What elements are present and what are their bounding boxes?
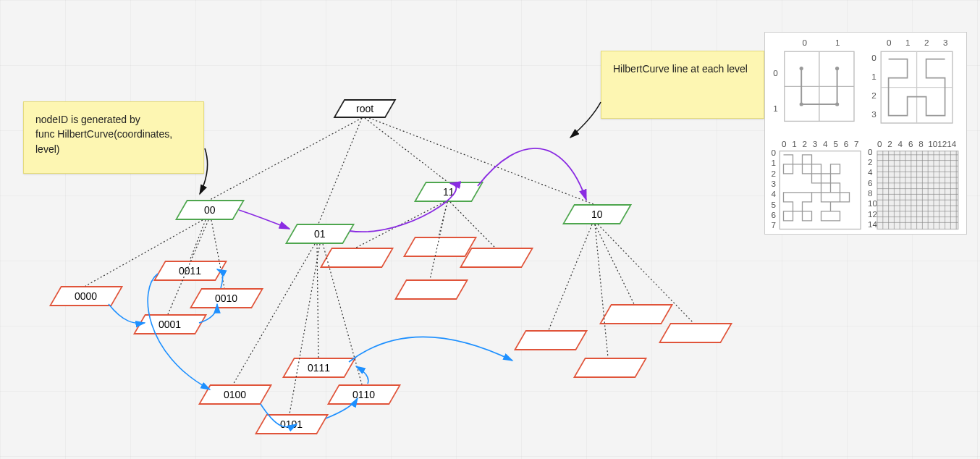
svg-text:4: 4: [898, 139, 903, 148]
svg-text:3: 3: [772, 179, 777, 188]
svg-text:0: 0: [871, 53, 876, 62]
svg-text:1: 1: [905, 38, 911, 47]
svg-text:2: 2: [887, 139, 892, 148]
svg-text:0: 0: [773, 68, 778, 77]
note-line: nodeID is generated by: [35, 112, 192, 127]
svg-text:7: 7: [772, 220, 777, 230]
svg-text:6: 6: [868, 178, 873, 188]
node-0010: 0010: [190, 288, 263, 308]
svg-line-75: [595, 224, 608, 358]
svg-text:6: 6: [908, 139, 913, 148]
svg-text:1: 1: [835, 38, 840, 47]
svg-text:0: 0: [772, 148, 777, 157]
hilbert-quadrant-8x8: 0 1 2 3 4 5 6 7 0 1 2 3 4 5 6 7: [769, 138, 863, 235]
svg-text:2: 2: [868, 157, 873, 167]
node-empty: [514, 330, 588, 350]
svg-text:3: 3: [871, 109, 876, 119]
svg-rect-38: [780, 151, 861, 230]
svg-text:1: 1: [792, 139, 797, 148]
svg-text:10: 10: [928, 139, 938, 148]
node-11: 11: [414, 182, 483, 202]
svg-text:5: 5: [833, 139, 838, 148]
svg-text:8: 8: [868, 188, 873, 198]
node-root: root: [333, 99, 396, 118]
svg-line-66: [290, 244, 320, 414]
svg-text:4: 4: [772, 189, 777, 198]
svg-text:8: 8: [918, 139, 924, 148]
node-empty: [460, 248, 533, 268]
svg-text:5: 5: [772, 200, 777, 209]
note-line: func HilbertCurve(coordinates, level): [35, 127, 192, 156]
node-10: 10: [562, 204, 632, 224]
svg-text:10: 10: [868, 198, 878, 208]
hilbert-quadrant-4x4: 0 1 2 3 0 1 2 3: [868, 37, 962, 134]
svg-text:0: 0: [782, 139, 787, 148]
svg-text:14: 14: [947, 139, 957, 148]
svg-text:3: 3: [943, 38, 948, 47]
svg-point-9: [835, 102, 839, 106]
svg-point-8: [800, 102, 803, 106]
node-empty: [320, 248, 394, 268]
svg-text:2: 2: [871, 90, 876, 100]
svg-point-7: [800, 67, 803, 70]
node-empty: [599, 304, 673, 324]
svg-text:4: 4: [823, 139, 828, 148]
svg-text:0: 0: [803, 38, 808, 47]
hilbert-quadrant-16x16: 0 2 4 6 8 10 12 14 0 2 4 6 8 10 12 14: [868, 138, 962, 235]
node-0111: 0111: [282, 358, 356, 378]
svg-text:12: 12: [868, 209, 877, 219]
node-01: 01: [285, 224, 355, 244]
svg-line-73: [595, 224, 634, 304]
svg-text:0: 0: [887, 38, 892, 47]
node-0110: 0110: [327, 384, 401, 405]
svg-rect-55: [877, 151, 958, 230]
node-0001: 0001: [133, 314, 207, 334]
svg-text:0: 0: [868, 147, 873, 156]
node-0100: 0100: [198, 384, 272, 405]
node-0000: 0000: [49, 286, 123, 306]
svg-point-10: [835, 67, 839, 70]
sticky-note-right: HilbertCurve line at each level: [601, 51, 764, 119]
svg-text:12: 12: [937, 139, 947, 148]
note-line: HilbertCurve line at each level: [613, 62, 752, 76]
svg-text:1: 1: [871, 72, 876, 81]
svg-text:2: 2: [924, 38, 929, 47]
svg-line-61: [190, 220, 206, 261]
hilbert-curve-reference: 0 1 0 1 0 1 2 3 0 1 2 3: [764, 32, 967, 235]
svg-line-58: [365, 118, 447, 182]
svg-text:2: 2: [772, 169, 777, 178]
svg-line-72: [549, 224, 592, 330]
svg-text:1: 1: [773, 104, 778, 113]
svg-text:3: 3: [813, 139, 818, 148]
node-empty: [659, 323, 732, 343]
node-0011: 0011: [153, 261, 227, 281]
node-00: 00: [175, 200, 245, 220]
svg-text:6: 6: [772, 210, 777, 219]
svg-line-69: [439, 202, 447, 237]
hilbert-quadrant-2x2: 0 1 0 1: [769, 37, 863, 134]
svg-line-57: [318, 118, 362, 224]
svg-text:2: 2: [803, 139, 808, 148]
svg-text:7: 7: [854, 139, 859, 148]
svg-line-65: [317, 244, 318, 358]
node-empty: [403, 237, 477, 257]
node-0101: 0101: [255, 414, 329, 434]
svg-text:4: 4: [868, 167, 873, 177]
svg-line-56: [210, 118, 362, 200]
svg-text:1: 1: [772, 158, 777, 167]
sticky-note-left: nodeID is generated by func HilbertCurve…: [23, 101, 204, 174]
svg-text:6: 6: [844, 139, 849, 148]
node-empty: [394, 279, 468, 300]
svg-line-59: [369, 118, 594, 204]
svg-text:14: 14: [868, 219, 878, 229]
svg-text:0: 0: [877, 139, 882, 148]
node-empty: [573, 358, 647, 378]
